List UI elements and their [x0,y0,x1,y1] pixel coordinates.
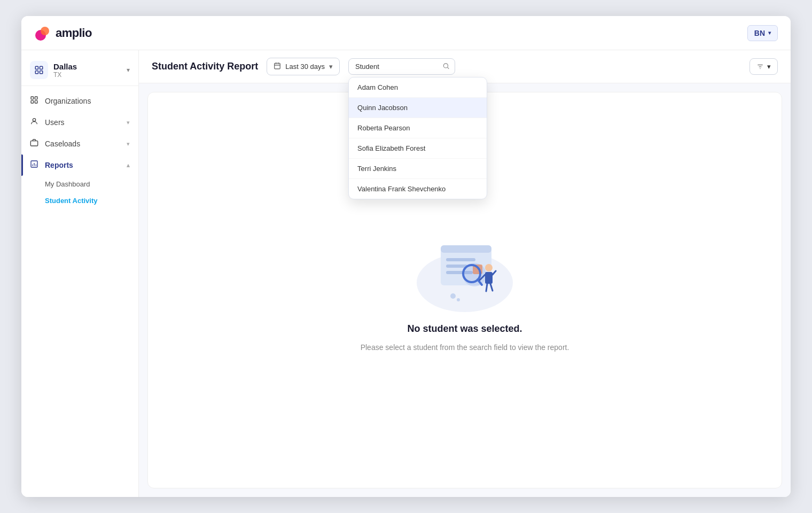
student-activity-label: Student Activity [45,197,97,205]
location-chevron-icon: ▾ [127,66,130,74]
sidebar-item-caseloads[interactable]: Caseloads ▾ [21,133,138,154]
date-filter-label: Last 30 days [285,63,325,71]
user-menu[interactable]: BN ▾ [747,25,778,41]
svg-rect-13 [275,63,280,68]
location-sub: TX [53,71,121,79]
dropdown-item-sofia-forest[interactable]: Sofia Elizabeth Forest [349,138,487,159]
svg-point-32 [457,298,460,301]
location-selector[interactable]: Dallas TX ▾ [21,55,138,86]
sidebar-item-users[interactable]: Users ▾ [21,112,138,133]
sidebar-item-organizations[interactable]: Organizations [21,90,138,112]
svg-rect-19 [446,265,467,268]
reports-chevron-icon: ▴ [127,162,130,169]
svg-rect-2 [35,66,38,69]
svg-rect-3 [40,66,43,69]
report-header: Student Activity Report Last 30 days ▾ [139,50,791,83]
student-search-input[interactable] [348,58,455,75]
svg-rect-9 [35,100,37,103]
dropdown-item-adam-cohen[interactable]: Adam Cohen [349,77,487,98]
reports-icon [30,160,38,170]
sidebar-item-caseloads-label: Caseloads [45,139,120,148]
student-dropdown: Adam Cohen Quinn Jacobson Roberta Pearso… [348,77,487,199]
svg-rect-11 [30,141,37,146]
svg-point-25 [485,264,493,271]
caseloads-icon [30,138,38,149]
student-search-container: Adam Cohen Quinn Jacobson Roberta Pearso… [348,58,455,75]
dropdown-item-roberta-pearson[interactable]: Roberta Pearson [349,118,487,138]
sidebar-item-reports-label: Reports [45,161,120,169]
svg-rect-6 [31,97,34,99]
svg-point-14 [443,63,448,67]
empty-state-subtitle: Please select a student from the search … [361,343,569,352]
top-nav: amplio BN ▾ [21,16,791,50]
svg-rect-26 [485,272,493,284]
sidebar-item-reports[interactable]: Reports ▴ [21,154,138,176]
svg-point-31 [450,293,456,299]
svg-rect-5 [40,71,43,74]
logo-text: amplio [56,26,92,40]
my-dashboard-label: My Dashboard [45,180,90,188]
main-layout: Dallas TX ▾ Organizations [21,50,791,497]
location-name: Dallas [53,62,121,71]
sidebar-sub-my-dashboard[interactable]: My Dashboard [21,176,138,192]
calendar-icon [274,62,281,71]
svg-rect-17 [441,245,491,253]
user-icon [30,117,38,128]
date-chevron-icon: ▾ [329,63,333,71]
filter-icon [756,63,764,71]
svg-rect-7 [35,97,37,99]
grid-icon [30,96,38,106]
dropdown-item-valentina-shevchenko[interactable]: Valentina Frank Shevchenko [349,179,487,199]
dropdown-item-terri-jenkins[interactable]: Terri Jenkins [349,159,487,179]
content-area: Student Activity Report Last 30 days ▾ [139,50,791,497]
sidebar: Dallas TX ▾ Organizations [21,50,139,497]
svg-point-10 [33,119,35,121]
report-title: Student Activity Report [152,61,258,72]
empty-illustration [411,229,518,315]
sidebar-sub-student-activity[interactable]: Student Activity [21,192,138,209]
location-text: Dallas TX [53,62,121,79]
sidebar-item-organizations-label: Organizations [45,97,130,105]
sidebar-item-users-label: Users [45,118,120,127]
caseloads-chevron-icon: ▾ [127,141,130,147]
filter-button[interactable]: ▾ [749,58,778,75]
logo: amplio [34,25,92,42]
user-initials: BN [754,29,765,37]
svg-point-1 [41,27,49,35]
date-filter[interactable]: Last 30 days ▾ [267,58,340,75]
dropdown-item-quinn-jacobson[interactable]: Quinn Jacobson [349,98,487,118]
chevron-down-icon: ▾ [768,30,771,36]
empty-state-title: No student was selected. [407,323,522,335]
location-icon [30,61,48,79]
svg-rect-8 [31,100,34,103]
logo-icon [34,25,51,42]
svg-rect-4 [35,71,38,74]
users-chevron-icon: ▾ [127,119,130,126]
svg-rect-18 [446,258,475,261]
search-icon[interactable] [442,62,450,71]
filter-chevron-icon: ▾ [767,63,771,71]
svg-line-29 [486,284,487,291]
